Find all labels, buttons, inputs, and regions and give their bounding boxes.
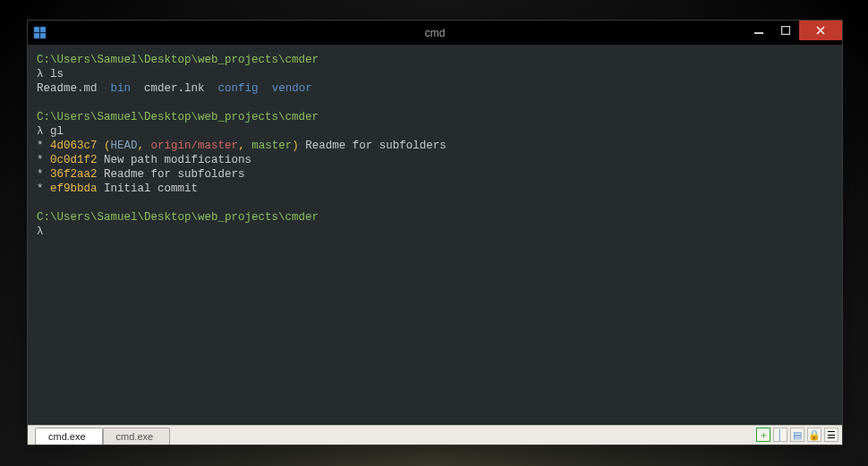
ls-dir: config <box>218 82 259 95</box>
tab-cmd-active[interactable]: cmd.exe <box>35 428 103 445</box>
commit-msg: Readme for subfolders <box>305 140 447 152</box>
log-bullet: * <box>37 154 44 166</box>
panes-button[interactable]: ▤ <box>790 428 804 442</box>
split-divider-icon[interactable]: │ <box>773 428 787 442</box>
lock-button[interactable]: 🔒 <box>807 428 821 442</box>
sep: , <box>138 140 151 152</box>
commit-hash: 4d063c7 <box>50 140 98 152</box>
commit-hash: 0c0d1f2 <box>50 154 98 166</box>
prompt-symbol: λ <box>37 125 44 138</box>
sep: , <box>238 140 251 152</box>
new-tab-button[interactable]: ＋ <box>756 428 770 442</box>
ls-dir: bin <box>111 82 132 95</box>
menu-icon: ☰ <box>827 429 836 441</box>
svg-rect-4 <box>754 32 763 34</box>
window-controls <box>745 21 842 40</box>
plus-icon: ＋ <box>759 428 769 442</box>
log-bullet: * <box>37 168 44 181</box>
tab-strip: cmd.exe cmd.exe <box>35 428 170 445</box>
tab-label: cmd.exe <box>48 431 86 442</box>
status-icons: ＋ │ ▤ 🔒 ☰ <box>756 428 838 442</box>
ls-file: Readme.md <box>37 82 98 95</box>
command-text: ls <box>50 68 64 80</box>
prompt-path: C:\Users\Samuel\Desktop\web_projects\cmd… <box>37 211 319 224</box>
window-title: cmd <box>425 27 446 39</box>
separator-icon: │ <box>778 429 784 440</box>
svg-rect-3 <box>40 33 46 38</box>
svg-rect-0 <box>34 27 39 32</box>
close-button[interactable] <box>799 21 842 40</box>
tab-cmd-inactive[interactable]: cmd.exe <box>103 428 171 445</box>
ls-dir: vendor <box>272 82 312 95</box>
svg-rect-5 <box>782 27 790 35</box>
panes-icon: ▤ <box>793 429 802 441</box>
command-text: gl <box>50 125 64 138</box>
prompt-path: C:\Users\Samuel\Desktop\web_projects\cmd… <box>37 54 319 66</box>
app-window: cmd C:\Users\Samuel\Desktop\web_projects… <box>27 20 843 445</box>
ls-file: cmder.lnk <box>144 82 205 95</box>
tab-label: cmd.exe <box>116 431 154 442</box>
menu-button[interactable]: ☰ <box>824 428 838 442</box>
terminal-pane[interactable]: C:\Users\Samuel\Desktop\web_projects\cmd… <box>28 46 842 425</box>
lock-icon: 🔒 <box>808 429 821 441</box>
remote-label: origin/master <box>151 140 239 152</box>
prompt-path: C:\Users\Samuel\Desktop\web_projects\cmd… <box>37 111 319 123</box>
minimize-button[interactable] <box>745 21 772 40</box>
log-bullet: * <box>37 182 44 195</box>
commit-msg: Initial commit <box>104 182 198 195</box>
maximize-button[interactable] <box>772 21 799 40</box>
titlebar[interactable]: cmd <box>28 21 842 46</box>
app-icon <box>33 26 47 40</box>
paren: ( <box>104 140 111 152</box>
commit-hash: 36f2aa2 <box>50 168 98 181</box>
commit-msg: Readme for subfolders <box>104 168 245 181</box>
log-bullet: * <box>37 140 44 152</box>
branch-label: master <box>251 140 292 152</box>
prompt-symbol: λ <box>37 225 44 238</box>
status-bar: cmd.exe cmd.exe ＋ │ ▤ 🔒 ☰ <box>28 425 842 445</box>
paren: ) <box>292 140 299 152</box>
head-label: HEAD <box>111 140 138 152</box>
svg-rect-2 <box>34 33 39 38</box>
commit-hash: ef9bbda <box>50 182 98 195</box>
commit-msg: New path modifications <box>104 154 251 166</box>
prompt-symbol: λ <box>37 68 44 80</box>
svg-rect-1 <box>40 27 46 32</box>
